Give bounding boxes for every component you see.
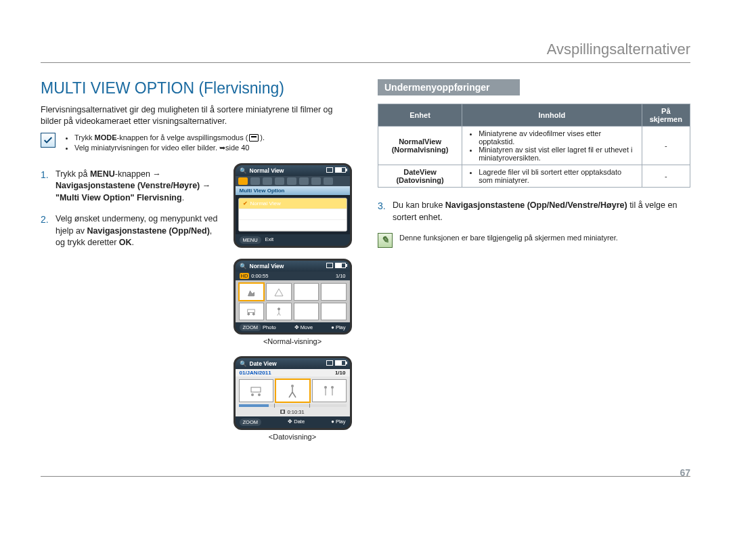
menu-screen: 🔍Normal View Multi View Option ✔Normal V… [234, 163, 352, 248]
screen-title: Normal View [250, 263, 284, 270]
svg-point-0 [248, 313, 250, 315]
left-column: MULTI VIEW OPTION (Flervisning) Flervisn… [41, 79, 353, 452]
date-label: 01/JAN/2011 [240, 370, 271, 376]
svg-point-5 [258, 393, 261, 396]
screen-title: Date View [250, 360, 277, 367]
svg-point-3 [278, 307, 280, 309]
right-column: Undermenyoppføringer Enhet Innhold På sk… [378, 79, 690, 452]
date-nav-label: Date [294, 418, 305, 425]
card-icon [326, 360, 333, 366]
elapsed-time: 0:00:55 [251, 273, 268, 279]
photo-label: Photo [263, 324, 276, 330]
date-view-caption: <Datovisning> [231, 433, 353, 441]
table-cell: - [642, 165, 690, 188]
normal-view-screen: 🔍Normal View HD0:00:55 1/10 [234, 259, 352, 335]
magnifier-icon: 🔍 [240, 360, 247, 367]
intro-paragraph: Flervisningsalternativet gir deg mulighe… [41, 104, 353, 127]
menu-label: MENU [240, 236, 261, 244]
menu-option-selected: ✔Normal View [239, 198, 347, 209]
menu-category: Multi View Option [236, 186, 350, 195]
svg-point-8 [324, 386, 327, 389]
precondition-item: Velg miniatyrvisningen for video eller b… [74, 143, 265, 153]
svg-point-9 [331, 386, 334, 389]
step-3: Du kan bruke Navigasjonstastene (Opp/Ned… [378, 200, 690, 223]
note-icon: ✎ [378, 233, 393, 248]
precondition-item: Trykk MODE-knappen for å velge avspillin… [74, 133, 265, 143]
svg-point-7 [291, 385, 294, 387]
table-header: Innhold [462, 104, 642, 127]
battery-icon [335, 360, 346, 366]
play-label: Play [336, 418, 346, 425]
counter: 1/10 [335, 370, 346, 376]
tab-row [236, 176, 350, 186]
date-view-screen: 🔍Date View 01/JAN/20111/10 🎞 0:10:31 ZOO… [234, 356, 352, 430]
submenu-table: Enhet Innhold På skjermen NormalView (No… [378, 104, 690, 188]
note-text: Denne funksjonen er bare tilgjengelig på… [399, 233, 618, 248]
battery-icon [335, 263, 346, 268]
magnifier-icon: 🔍 [240, 263, 247, 270]
hd-icon: HD [240, 273, 250, 279]
playback-mode-icon [249, 134, 259, 142]
submenu-heading: Undermenyoppføringer [378, 79, 520, 95]
note-block: ✎ Denne funksjonen er bare tilgjengelig … [378, 233, 690, 248]
svg-point-4 [251, 393, 254, 396]
page-category: Avspillingsalternativer [41, 41, 690, 63]
counter: 1/10 [336, 273, 346, 279]
card-icon [326, 167, 333, 173]
precondition-block: Trykk MODE-knappen for å velge avspillin… [41, 133, 353, 154]
table-cell: DateView (Datovisning) [378, 165, 462, 188]
menu-option: Date View [239, 209, 347, 220]
table-cell: NormalView (Normalvisning) [378, 127, 462, 165]
step-2: Velg ønsket undermeny, og menypunkt ved … [41, 213, 222, 249]
clip-time: 0:10:31 [288, 409, 305, 415]
step-1: Trykk på MENU-knappen → Navigasjonstaste… [41, 169, 222, 204]
zoom-label: ZOOM [240, 418, 262, 426]
table-header: På skjermen [642, 104, 690, 127]
table-cell: - [642, 127, 690, 165]
table-cell: Lagrede filer vil bli sortert etter oppt… [462, 165, 642, 188]
normal-view-caption: <Normal-visning> [231, 337, 353, 345]
thumbnail [239, 283, 265, 301]
menu-option [239, 220, 347, 231]
page-number: 67 [680, 467, 690, 478]
magnifier-icon: 🔍 [240, 167, 247, 174]
svg-rect-6 [251, 387, 261, 392]
table-cell: Miniatyrene av videofilmer vises etter o… [462, 127, 642, 165]
screen-title: Normal View [250, 167, 284, 174]
battery-icon [335, 167, 346, 173]
svg-rect-2 [248, 309, 255, 313]
zoom-label: ZOOM [240, 324, 262, 331]
card-icon [326, 263, 333, 268]
move-label: Move [301, 324, 313, 330]
section-title: MULTI VIEW OPTION (Flervisning) [41, 79, 353, 98]
table-header: Enhet [378, 104, 462, 127]
play-label: Play [336, 324, 346, 330]
exit-label: Exit [265, 236, 274, 244]
check-icon [41, 133, 56, 148]
svg-point-1 [253, 313, 255, 315]
